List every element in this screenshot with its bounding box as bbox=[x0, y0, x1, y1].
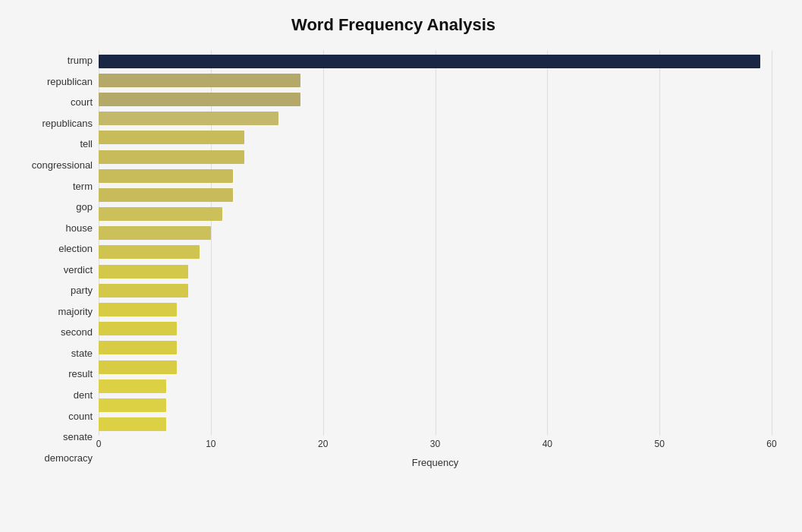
bar-row bbox=[99, 91, 772, 108]
bar bbox=[99, 131, 244, 144]
chart-area: trumprepublicancourtrepublicanstellcongr… bbox=[15, 50, 772, 468]
x-tick-label: 0 bbox=[96, 439, 102, 449]
y-axis-labels: trumprepublicancourtrepublicanstellcongr… bbox=[15, 50, 99, 468]
y-label: result bbox=[68, 369, 93, 379]
x-tick-label: 30 bbox=[430, 439, 440, 449]
bar bbox=[99, 112, 278, 125]
y-label: senate bbox=[63, 432, 93, 442]
y-label: election bbox=[58, 244, 93, 253]
bar bbox=[99, 303, 177, 316]
bar bbox=[99, 245, 200, 259]
bar-row bbox=[99, 72, 772, 89]
bar bbox=[99, 322, 177, 335]
grid-and-bars bbox=[99, 50, 772, 436]
bar-row bbox=[99, 53, 772, 70]
chart-title: Word Frequency Analysis bbox=[15, 15, 772, 35]
y-label: majority bbox=[58, 307, 93, 316]
bar bbox=[99, 360, 177, 374]
x-axis-title: Frequency bbox=[99, 457, 772, 468]
bar-row bbox=[99, 206, 772, 222]
y-label: house bbox=[66, 223, 93, 233]
bar bbox=[99, 93, 300, 106]
bar-row bbox=[99, 244, 772, 260]
bar-row bbox=[99, 149, 772, 165]
x-tick-label: 40 bbox=[543, 439, 552, 449]
bar-row bbox=[99, 225, 772, 241]
bar bbox=[99, 188, 233, 202]
bar bbox=[99, 150, 244, 164]
x-tick-label: 20 bbox=[318, 439, 328, 449]
bar-row bbox=[99, 263, 772, 280]
bar bbox=[99, 341, 177, 354]
x-tick-label: 50 bbox=[654, 439, 664, 449]
bar-row bbox=[99, 397, 772, 414]
bar-row bbox=[99, 301, 772, 318]
bar-row bbox=[99, 110, 772, 127]
y-label: gop bbox=[76, 202, 93, 212]
bar bbox=[99, 379, 166, 393]
bar bbox=[99, 74, 300, 87]
bar bbox=[99, 417, 166, 431]
y-label: court bbox=[71, 97, 93, 107]
bar-row bbox=[99, 416, 772, 433]
y-label: democracy bbox=[44, 453, 93, 463]
bar-row bbox=[99, 187, 772, 203]
y-label: count bbox=[68, 411, 93, 421]
y-label: term bbox=[73, 181, 93, 191]
grid-line bbox=[772, 50, 772, 436]
y-label: state bbox=[71, 348, 93, 358]
bar bbox=[99, 55, 760, 68]
bar bbox=[99, 226, 211, 240]
bar-row bbox=[99, 378, 772, 395]
x-tick-label: 10 bbox=[206, 439, 215, 449]
bars-wrapper bbox=[99, 50, 772, 436]
bar-row bbox=[99, 282, 772, 299]
bar-row bbox=[99, 359, 772, 376]
y-label: dent bbox=[74, 390, 93, 400]
y-label: republicans bbox=[42, 118, 93, 128]
bar bbox=[99, 265, 188, 279]
x-tick-label: 60 bbox=[766, 439, 776, 449]
x-axis-labels: 0102030405060 bbox=[99, 439, 772, 454]
bar bbox=[99, 284, 188, 297]
bar-row bbox=[99, 168, 772, 184]
bars-section: 0102030405060 Frequency bbox=[99, 50, 772, 468]
y-label: trump bbox=[68, 55, 93, 65]
y-label: republican bbox=[47, 77, 93, 87]
chart-container: Word Frequency Analysis trumprepublicanc… bbox=[0, 0, 802, 532]
y-label: party bbox=[71, 285, 93, 295]
bar-row bbox=[99, 129, 772, 146]
y-label: second bbox=[61, 327, 93, 337]
bar-row bbox=[99, 339, 772, 356]
y-label: verdict bbox=[64, 265, 93, 275]
y-label: tell bbox=[80, 139, 93, 149]
bar bbox=[99, 398, 166, 412]
bar-row bbox=[99, 320, 772, 337]
bar bbox=[99, 169, 233, 183]
y-label: congressional bbox=[32, 160, 93, 170]
bar bbox=[99, 207, 222, 221]
